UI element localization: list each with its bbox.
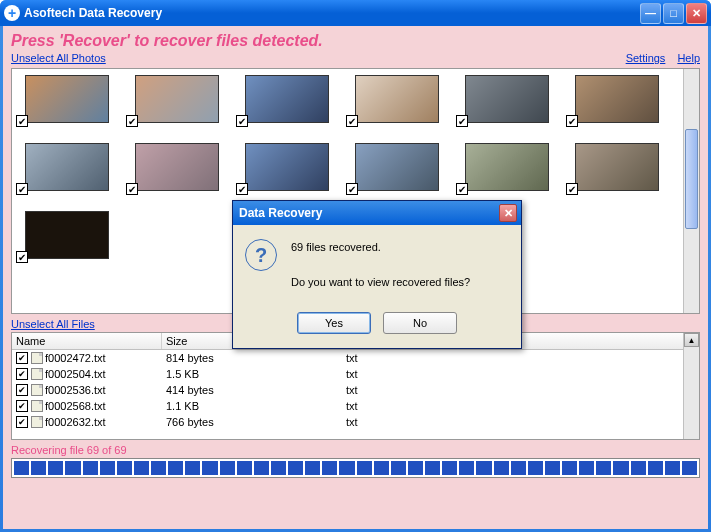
- settings-link[interactable]: Settings: [626, 52, 666, 64]
- photo-checkbox[interactable]: ✔: [236, 115, 248, 127]
- window-controls: — □ ✕: [640, 3, 707, 24]
- column-name[interactable]: Name: [12, 333, 162, 349]
- file-icon: [31, 384, 43, 396]
- photo-checkbox[interactable]: ✔: [456, 115, 468, 127]
- file-size: 414 bytes: [162, 383, 342, 397]
- file-ext: txt: [342, 415, 482, 429]
- scroll-up-icon[interactable]: ▲: [684, 333, 699, 347]
- file-checkbox[interactable]: ✔: [16, 400, 28, 412]
- file-icon: [31, 368, 43, 380]
- file-scrollbar[interactable]: ▲: [683, 333, 699, 439]
- top-link-row: Unselect All Photos Settings Help: [3, 52, 708, 68]
- file-checkbox[interactable]: ✔: [16, 384, 28, 396]
- titlebar: + Asoftech Data Recovery — □ ✕: [0, 0, 711, 26]
- photo-checkbox[interactable]: ✔: [16, 183, 28, 195]
- photo-checkbox[interactable]: ✔: [126, 115, 138, 127]
- photo-checkbox[interactable]: ✔: [346, 183, 358, 195]
- file-checkbox[interactable]: ✔: [16, 368, 28, 380]
- photo-scrollbar[interactable]: [683, 69, 699, 313]
- dialog-text: 69 files recovered. Do you want to view …: [291, 239, 470, 292]
- file-row[interactable]: ✔f0002536.txt 414 bytes txt: [12, 382, 683, 398]
- photo-checkbox[interactable]: ✔: [16, 115, 28, 127]
- photo-thumbnail[interactable]: ✔: [16, 211, 110, 259]
- file-ext: txt: [342, 399, 482, 413]
- file-icon: [31, 352, 43, 364]
- scrollbar-thumb[interactable]: [685, 129, 698, 229]
- photo-thumbnail[interactable]: ✔: [126, 75, 220, 123]
- photo-thumbnail[interactable]: ✔: [346, 143, 440, 191]
- photo-checkbox[interactable]: ✔: [346, 115, 358, 127]
- dialog-message-1: 69 files recovered.: [291, 239, 470, 257]
- photo-thumbnail[interactable]: ✔: [456, 143, 550, 191]
- close-button[interactable]: ✕: [686, 3, 707, 24]
- photo-thumbnail[interactable]: ✔: [456, 75, 550, 123]
- question-icon: ?: [245, 239, 277, 271]
- minimize-button[interactable]: —: [640, 3, 661, 24]
- file-row[interactable]: ✔f0002632.txt 766 bytes txt: [12, 414, 683, 430]
- photo-checkbox[interactable]: ✔: [456, 183, 468, 195]
- photo-thumbnail[interactable]: ✔: [566, 143, 660, 191]
- file-size: 814 bytes: [162, 351, 342, 365]
- photo-thumbnail[interactable]: ✔: [236, 75, 330, 123]
- file-ext: txt: [342, 383, 482, 397]
- file-icon: [31, 416, 43, 428]
- file-checkbox[interactable]: ✔: [16, 416, 28, 428]
- photo-checkbox[interactable]: ✔: [566, 183, 578, 195]
- photo-thumbnail[interactable]: ✔: [16, 143, 110, 191]
- file-checkbox[interactable]: ✔: [16, 352, 28, 364]
- instruction-text: Press 'Recover' to recover files detecte…: [3, 26, 708, 52]
- photo-thumbnail[interactable]: ✔: [126, 143, 220, 191]
- photo-checkbox[interactable]: ✔: [126, 183, 138, 195]
- photo-checkbox[interactable]: ✔: [16, 251, 28, 263]
- app-icon: +: [4, 5, 20, 21]
- file-name: f0002504.txt: [45, 368, 106, 380]
- unselect-all-photos-link[interactable]: Unselect All Photos: [11, 52, 106, 64]
- file-size: 1.1 KB: [162, 399, 342, 413]
- dialog-body: ? 69 files recovered. Do you want to vie…: [233, 225, 521, 306]
- photo-thumbnail[interactable]: ✔: [16, 75, 110, 123]
- file-size: 766 bytes: [162, 415, 342, 429]
- file-name: f0002536.txt: [45, 384, 106, 396]
- file-ext: txt: [342, 367, 482, 381]
- unselect-all-files-link[interactable]: Unselect All Files: [11, 318, 95, 330]
- photo-checkbox[interactable]: ✔: [236, 183, 248, 195]
- no-button[interactable]: No: [383, 312, 457, 334]
- dialog-buttons: Yes No: [233, 306, 521, 348]
- app-window: + Asoftech Data Recovery — □ ✕ Press 'Re…: [0, 0, 711, 532]
- maximize-button[interactable]: □: [663, 3, 684, 24]
- file-ext: txt: [342, 351, 482, 365]
- file-table: Name Size Extension ✔f0002472.txt 814 by…: [12, 333, 683, 439]
- file-icon: [31, 400, 43, 412]
- file-name: f0002472.txt: [45, 352, 106, 364]
- dialog-message-2: Do you want to view recovered files?: [291, 274, 470, 292]
- recovery-dialog: Data Recovery ✕ ? 69 files recovered. Do…: [232, 200, 522, 349]
- file-row[interactable]: ✔f0002504.txt 1.5 KB txt: [12, 366, 683, 382]
- progress-bar: [11, 458, 700, 478]
- file-row[interactable]: ✔f0002472.txt 814 bytes txt: [12, 350, 683, 366]
- window-title: Asoftech Data Recovery: [24, 6, 640, 20]
- file-size: 1.5 KB: [162, 367, 342, 381]
- file-row[interactable]: ✔f0002568.txt 1.1 KB txt: [12, 398, 683, 414]
- status-text: Recovering file 69 of 69: [3, 440, 708, 458]
- help-link[interactable]: Help: [677, 52, 700, 64]
- photo-thumbnail[interactable]: ✔: [346, 75, 440, 123]
- file-name: f0002568.txt: [45, 400, 106, 412]
- dialog-titlebar: Data Recovery ✕: [233, 201, 521, 225]
- photo-thumbnail[interactable]: ✔: [566, 75, 660, 123]
- photo-thumbnail[interactable]: ✔: [236, 143, 330, 191]
- dialog-title: Data Recovery: [237, 206, 499, 220]
- yes-button[interactable]: Yes: [297, 312, 371, 334]
- photo-checkbox[interactable]: ✔: [566, 115, 578, 127]
- dialog-close-button[interactable]: ✕: [499, 204, 517, 222]
- file-name: f0002632.txt: [45, 416, 106, 428]
